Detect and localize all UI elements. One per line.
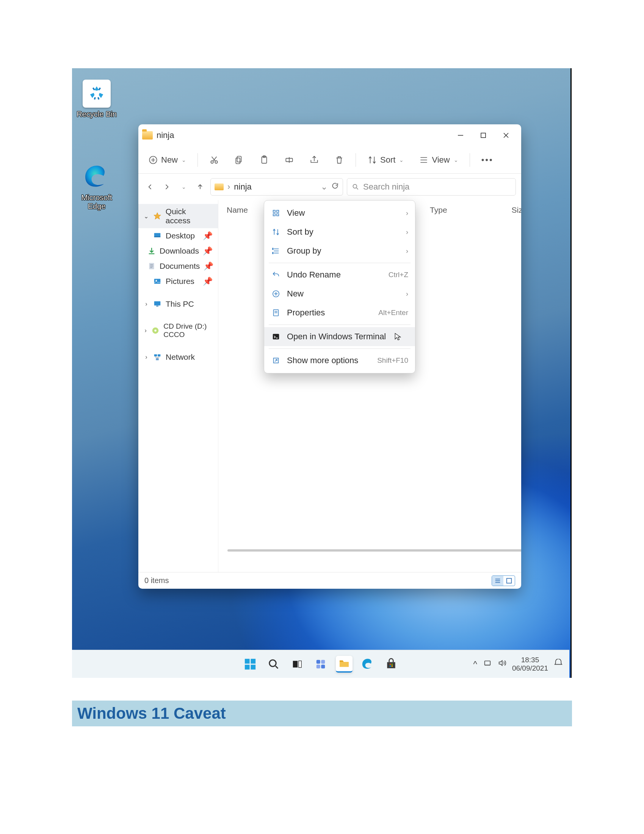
disc-icon	[151, 327, 160, 335]
details-view-button[interactable]	[492, 576, 504, 586]
ctx-undo-rename[interactable]: Undo Rename Ctrl+Z	[264, 265, 415, 284]
cut-button[interactable]	[205, 153, 223, 167]
svg-marker-22	[154, 213, 161, 219]
rename-button[interactable]	[281, 153, 298, 167]
widgets-button[interactable]	[312, 656, 329, 672]
horizontal-scrollbar[interactable]	[228, 549, 521, 551]
clock[interactable]: 18:35 06/09/2021	[512, 656, 548, 672]
history-chevron-icon[interactable]: ⌄	[321, 182, 328, 192]
svg-rect-75	[485, 661, 491, 665]
svg-rect-58	[507, 578, 512, 583]
taskbar-store[interactable]	[383, 656, 400, 672]
edge-label: Microsoft Edge	[81, 193, 112, 210]
up-button[interactable]	[194, 181, 207, 193]
delete-button[interactable]	[331, 153, 348, 167]
paste-button[interactable]	[255, 153, 273, 167]
chevron-right-icon: ›	[144, 327, 147, 334]
view-button[interactable]: View ⌄	[415, 153, 462, 167]
date-text: 06/09/2021	[512, 664, 548, 672]
sidebar-item-quick-access[interactable]: ⌄ Quick access	[138, 204, 218, 228]
ctx-more-label: Show more options	[287, 356, 371, 365]
folder-icon	[338, 657, 350, 669]
onedrive-icon[interactable]	[483, 659, 492, 669]
this-pc-label: This PC	[166, 299, 194, 309]
task-view-button[interactable]	[289, 656, 305, 672]
svg-rect-68	[321, 659, 325, 663]
ctx-properties[interactable]: Properties Alt+Enter	[264, 303, 415, 322]
ctx-group-by[interactable]: Group by ›	[264, 241, 415, 260]
address-bar[interactable]: › ninja ⌄	[210, 178, 343, 196]
ctx-properties-hint: Alt+Enter	[378, 309, 408, 317]
recycle-icon	[88, 85, 105, 102]
downloads-label: Downloads	[160, 246, 199, 255]
svg-rect-41	[277, 214, 279, 216]
sidebar-item-this-pc[interactable]: › This PC	[138, 296, 218, 312]
edge-icon	[361, 658, 374, 671]
notifications-icon[interactable]	[554, 659, 563, 669]
minimize-button[interactable]	[449, 124, 472, 146]
svg-rect-38	[273, 210, 276, 213]
ctx-sort-label: Sort by	[287, 227, 408, 237]
sidebar-item-cd-drive[interactable]: › CD Drive (D:) CCCO	[138, 319, 218, 342]
sort-button[interactable]: Sort ⌄	[363, 153, 407, 167]
ctx-sort-by[interactable]: Sort by ›	[264, 223, 415, 241]
svg-rect-59	[245, 658, 250, 663]
svg-rect-45	[273, 248, 273, 250]
properties-icon	[271, 308, 281, 318]
svg-rect-69	[316, 664, 320, 668]
search-icon	[352, 183, 359, 191]
col-name[interactable]: Name	[227, 205, 248, 215]
thumbnails-view-button[interactable]	[504, 576, 515, 586]
section-heading-block: Windows 11 Caveat	[72, 701, 572, 726]
recent-button[interactable]: ⌄	[177, 181, 190, 193]
more-button[interactable]: •••	[478, 153, 497, 167]
task-view-icon	[292, 658, 303, 670]
svg-rect-71	[390, 663, 391, 664]
titlebar[interactable]: ninja	[138, 124, 521, 146]
tray-overflow-icon[interactable]: ^	[473, 659, 477, 669]
new-button[interactable]: New ⌄	[144, 153, 190, 167]
col-size[interactable]: Size	[512, 205, 521, 215]
network-label: Network	[166, 352, 195, 362]
svg-rect-53	[273, 334, 279, 339]
desktop-icon	[153, 232, 162, 239]
chevron-down-icon: ⌄	[399, 157, 404, 163]
recycle-bin-desktop-icon[interactable]: Recycle Bin	[76, 79, 118, 119]
back-button[interactable]	[144, 181, 157, 193]
svg-rect-62	[250, 664, 255, 669]
taskbar-search-button[interactable]	[265, 656, 282, 672]
start-button[interactable]	[242, 656, 258, 672]
refresh-button[interactable]	[331, 182, 339, 192]
quick-access-label: Quick access	[166, 207, 213, 225]
taskbar-file-explorer[interactable]	[336, 656, 352, 672]
sidebar-item-pictures[interactable]: Pictures 📌	[138, 274, 218, 289]
volume-icon[interactable]	[498, 659, 506, 669]
ctx-open-terminal[interactable]: Open in Windows Terminal	[264, 327, 415, 346]
taskbar-edge[interactable]	[359, 656, 376, 672]
chevron-right-icon: ›	[406, 247, 408, 255]
ctx-show-more-options[interactable]: Show more options Shift+F10	[264, 351, 415, 370]
sidebar-item-downloads[interactable]: Downloads 📌	[138, 243, 218, 259]
forward-button[interactable]	[160, 181, 173, 193]
separator	[269, 263, 410, 263]
file-list-area[interactable]: Name Type Size View › Sort by	[218, 200, 521, 572]
folder-icon	[215, 183, 224, 190]
search-box[interactable]: Search ninja	[347, 178, 516, 196]
maximize-button[interactable]	[472, 124, 495, 146]
sidebar-item-documents[interactable]: Documents 📌	[138, 259, 218, 274]
ctx-view[interactable]: View ›	[264, 204, 415, 223]
chevron-right-icon: ›	[144, 301, 149, 307]
close-button[interactable]	[495, 124, 517, 146]
pin-icon: 📌	[203, 262, 213, 271]
pictures-label: Pictures	[166, 277, 194, 286]
col-type[interactable]: Type	[430, 205, 447, 215]
ctx-new[interactable]: New ›	[264, 284, 415, 303]
sidebar-item-network[interactable]: › Network	[138, 349, 218, 365]
microsoft-edge-desktop-icon[interactable]: Microsoft Edge	[76, 163, 118, 211]
separator	[269, 348, 410, 349]
item-count: 0 items	[144, 576, 169, 585]
sidebar-item-desktop[interactable]: Desktop 📌	[138, 228, 218, 243]
copy-button[interactable]	[231, 153, 248, 167]
svg-rect-70	[321, 664, 325, 668]
share-button[interactable]	[305, 153, 323, 167]
